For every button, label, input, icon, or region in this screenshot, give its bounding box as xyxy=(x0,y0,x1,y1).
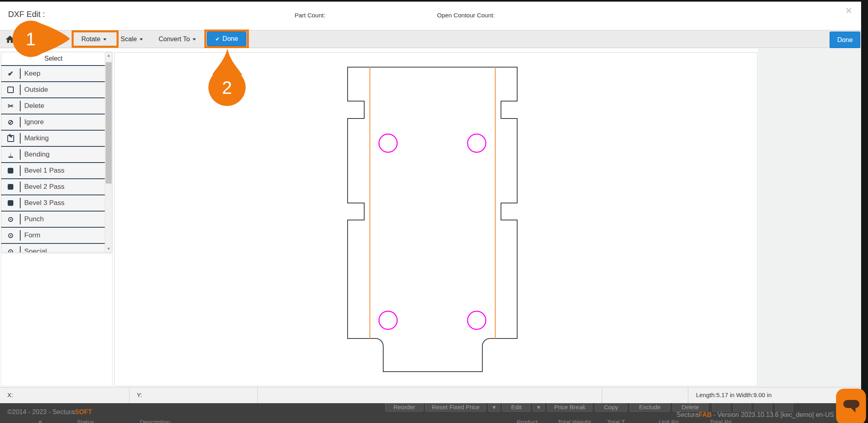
sidebar-item-label: Bevel 2 Pass xyxy=(20,182,64,192)
chat-bubble-icon xyxy=(843,400,860,408)
scroll-up-icon[interactable]: ▲ xyxy=(105,52,112,59)
sidebar-item-label: Keep xyxy=(20,68,40,79)
modal-body-gutter xyxy=(758,49,861,387)
bg-caret-button: ▾ xyxy=(533,403,545,412)
rotate-label: Rotate xyxy=(81,36,100,42)
status-x-label: X: xyxy=(7,391,13,398)
brand-fab: FAB xyxy=(699,411,712,418)
close-icon[interactable]: ✕ xyxy=(845,6,852,15)
brand-soft: SOFT xyxy=(75,408,92,415)
bg-table-header: Total Weight xyxy=(558,419,591,423)
sidebar-item-bevel-2-pass[interactable]: Bevel 2 Pass xyxy=(1,179,106,195)
page-edge-top xyxy=(0,0,868,2)
sidebar-item-keep[interactable]: ✔ Keep xyxy=(1,66,106,82)
sidebar-item-marking[interactable]: ✎ Marking xyxy=(1,131,106,147)
page-edge-right xyxy=(861,0,868,423)
sidebar-item-label: Bevel 1 Pass xyxy=(20,165,64,176)
status-bar: X: Y: Length:5.17 in Width:9.00 in xyxy=(0,387,861,403)
bg-table-header: Product xyxy=(517,419,538,423)
chevron-down-icon xyxy=(140,38,143,40)
bg-reset-fixed-price-button: Reset Fixed Price xyxy=(425,403,486,412)
square-fill-icon xyxy=(1,179,20,195)
rotate-menu[interactable]: Rotate xyxy=(81,30,106,48)
select-tool-list: Select ✔ Keep Outside ✂ Delete ⊘ Ignore … xyxy=(1,52,112,253)
scale-menu[interactable]: Scale xyxy=(121,30,143,48)
status-dimensions: Length:5.17 in Width:9.00 in xyxy=(696,391,772,398)
sidebar-item-label: Punch xyxy=(20,214,44,224)
list-scrollbar[interactable]: ▲ ▼ xyxy=(105,52,112,252)
bg-reorder-button: Reorder xyxy=(385,403,423,412)
sidebar-item-label: Form xyxy=(20,230,40,241)
sidebar-item-label: Bending xyxy=(20,149,49,160)
scroll-down-icon[interactable]: ▼ xyxy=(105,245,112,252)
done-button-right[interactable]: Done xyxy=(830,32,860,48)
bg-table-header: Description xyxy=(140,419,170,423)
hole-bottom-right xyxy=(468,311,486,330)
bg-icon-button xyxy=(775,403,793,412)
sidebar-item-label: Outside xyxy=(20,85,48,95)
sidebar-item-outside[interactable]: Outside xyxy=(1,82,106,98)
home-icon[interactable] xyxy=(6,36,14,44)
sidebar-lower-panel xyxy=(1,254,112,386)
square-fill-icon xyxy=(1,195,20,211)
bg-icon-button xyxy=(733,403,751,412)
done-button-label: Done xyxy=(223,35,238,42)
open-contour-count-label: Open Contour Count: xyxy=(437,12,495,19)
dxf-canvas[interactable] xyxy=(114,52,758,386)
bg-copy-button: Copy xyxy=(595,403,627,412)
copyright-text: ©2014 - 2023 - SecturaSOFT xyxy=(7,408,92,416)
bg-delete-button: Delete xyxy=(673,403,708,412)
sidebar-item-delete[interactable]: ✂ Delete xyxy=(1,98,106,114)
hole-top-left xyxy=(379,134,397,152)
status-y-label: Y: xyxy=(137,391,142,398)
bg-edit-button: Edit xyxy=(502,403,531,412)
sidebar-item-form[interactable]: ⊙ Form xyxy=(1,228,106,244)
chat-widget-button[interactable] xyxy=(836,389,866,423)
chevron-down-icon xyxy=(103,38,106,40)
bg-table-header: Total Pri xyxy=(710,419,732,423)
check-icon: ✔ xyxy=(215,36,220,42)
bg-icon-button xyxy=(712,403,730,412)
part-outline xyxy=(348,67,517,372)
version-text: SecturaFAB - Version 2023.10.13.6 [kec_d… xyxy=(676,411,834,419)
chat-bubble-tail xyxy=(851,408,855,412)
square-outline-icon xyxy=(1,82,20,97)
sidebar-item-label: Ignore xyxy=(20,117,44,127)
download-icon: ↓ xyxy=(1,147,20,162)
sidebar-item-bending[interactable]: ↓ Bending xyxy=(1,147,106,163)
scale-label: Scale xyxy=(121,36,137,42)
bg-price-break-button: Price Break xyxy=(547,403,592,412)
ban-icon: ⊘ xyxy=(1,114,20,130)
sidebar-item-ignore[interactable]: ⊘ Ignore xyxy=(1,114,106,131)
sidebar-item-label: Special xyxy=(20,246,47,253)
circle-dot-icon: ⊙ xyxy=(1,228,20,243)
part-drawing xyxy=(115,53,757,386)
done-button[interactable]: ✔Done xyxy=(207,32,246,46)
sidebar-item-bevel-3-pass[interactable]: Bevel 3 Pass xyxy=(1,195,106,212)
select-list-header: Select xyxy=(1,52,106,66)
circle-dot-icon: ⊙ xyxy=(1,244,20,253)
chevron-down-icon xyxy=(193,38,196,40)
scrollbar-thumb[interactable] xyxy=(106,62,112,184)
page-title: DXF Edit : xyxy=(8,10,45,19)
sidebar-item-label: Marking xyxy=(20,133,49,144)
sidebar-item-label: Delete xyxy=(20,101,44,111)
dxf-edit-modal: DXF Edit : Part Count: Open Contour Coun… xyxy=(0,0,868,423)
sidebar-item-bevel-1-pass[interactable]: Bevel 1 Pass xyxy=(1,163,106,179)
sidebar-item-punch[interactable]: ⊙ Punch xyxy=(1,212,106,228)
refresh-icon[interactable]: ↻ xyxy=(59,30,67,48)
bg-caret-button: ▾ xyxy=(488,403,500,412)
scissors-icon: ✂ xyxy=(1,98,20,114)
sidebar-item-special[interactable]: ⊙ Special xyxy=(1,244,106,253)
square-fill-icon xyxy=(1,163,20,178)
convert-to-label: Convert To xyxy=(159,36,190,42)
hole-top-right xyxy=(468,134,486,152)
convert-to-menu[interactable]: Convert To xyxy=(159,30,196,48)
bg-table-header: # xyxy=(38,419,42,423)
hole-bottom-left xyxy=(379,311,397,330)
pencil-square-icon: ✎ xyxy=(1,131,20,146)
bg-exclude-button: Exclude xyxy=(630,403,670,412)
circle-dot-icon: ⊙ xyxy=(1,212,20,227)
sidebar-item-label: Bevel 3 Pass xyxy=(20,198,64,208)
background-footer: Reorder Reset Fixed Price ▾ Edit ▾ Price… xyxy=(0,403,868,423)
